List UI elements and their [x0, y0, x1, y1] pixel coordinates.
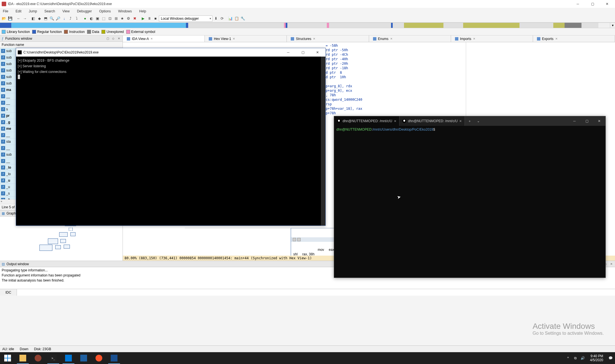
menu-jump[interactable]: Jump [28, 9, 38, 14]
block-icon[interactable] [297, 238, 301, 241]
close-button[interactable]: ✕ [311, 49, 324, 56]
run-icon[interactable]: ▶ [140, 16, 146, 21]
tab-close-icon[interactable]: ✕ [390, 37, 392, 40]
maximize-button[interactable]: ▢ [297, 49, 309, 56]
cmd-titlebar[interactable]: C:\Users\dhn\Desktop\PoC\Eko2019\eko2019… [16, 48, 325, 57]
cmd-window[interactable]: C:\Users\dhn\Desktop\PoC\Eko2019\eko2019… [16, 48, 326, 226]
toolbar-icon[interactable]: 🔍 [49, 16, 55, 21]
cmd-scrollbar[interactable] [321, 57, 325, 225]
navigation-band[interactable]: ▾ [0, 23, 615, 28]
toolbar-icon[interactable]: ⟳ [219, 16, 225, 21]
tab-close-icon[interactable]: ✕ [473, 37, 475, 40]
toolbar-icon[interactable]: ⬒ [43, 16, 48, 21]
taskbar-taskmgr[interactable] [76, 352, 91, 364]
menu-options[interactable]: Options [98, 9, 112, 14]
tray-network-icon[interactable]: ⧉ [573, 356, 578, 360]
functions-header[interactable]: Function name [0, 42, 123, 48]
toolbar-icon[interactable]: 🔧 [240, 16, 246, 21]
forward-icon[interactable]: → [22, 16, 28, 21]
toolbar-icon[interactable]: 📊 [228, 16, 233, 21]
toolbar-icon[interactable]: ▣ [95, 16, 100, 21]
function-icon: f [1, 94, 5, 98]
toolbar-icon[interactable]: ⊞ [113, 16, 119, 21]
tab-close-icon[interactable]: ✕ [313, 37, 315, 40]
toolbar-icon[interactable]: ● [82, 16, 88, 21]
legend-bar: Library function Regular function Instru… [0, 28, 615, 35]
tray-volume-icon[interactable]: 🔊 [580, 356, 585, 360]
toolbar-icon[interactable]: ★ [119, 16, 125, 21]
stop-icon[interactable]: ✖ [132, 16, 137, 21]
toolbar-icon[interactable]: ◧ [30, 16, 36, 21]
tab-close-icon[interactable]: ✕ [150, 37, 153, 40]
ida-tab[interactable]: IDA View-A✕ [123, 35, 205, 42]
back-icon[interactable]: ← [16, 16, 21, 21]
ida-tab[interactable]: Structures✕ [287, 35, 369, 42]
menu-edit[interactable]: Edit [14, 9, 23, 14]
toolbar-icon[interactable]: ⊡ [107, 16, 113, 21]
ida-tab[interactable]: Exports✕ [533, 35, 615, 42]
menu-view[interactable]: View [61, 9, 71, 14]
wt-add-tab[interactable]: ＋ [465, 119, 474, 124]
minimize-button[interactable]: ─ [282, 49, 294, 56]
stop-debug-icon[interactable]: ■ [153, 16, 158, 21]
toolbar-icon[interactable]: ⚙ [126, 16, 131, 21]
minimize-button[interactable]: ─ [572, 1, 584, 7]
toolbar-icon[interactable]: ⤵ [74, 16, 79, 21]
toolbar-icon[interactable]: ↓ [61, 16, 67, 21]
toolbar-icon[interactable]: ⤴ [68, 16, 73, 21]
taskbar-app[interactable] [106, 352, 122, 364]
taskbar-terminal[interactable]: >_ [46, 352, 61, 364]
toolbar-icon[interactable]: ⬚ [101, 16, 106, 21]
idc-input[interactable] [17, 289, 615, 296]
tray-chevron-icon[interactable]: ^ [566, 356, 570, 360]
pin-icon[interactable]: ◇ [111, 37, 115, 41]
block-icon[interactable] [293, 238, 296, 241]
taskbar-explorer[interactable] [15, 352, 30, 364]
taskbar-app[interactable] [30, 352, 46, 364]
ida-tab[interactable]: Enums✕ [369, 35, 451, 42]
tab-close-icon[interactable]: ✕ [555, 37, 558, 40]
restore-icon[interactable]: ▢ [106, 37, 110, 41]
toolbar-icon[interactable]: 📋 [234, 16, 239, 21]
wt-tab[interactable]: dhn@NUTTENMOPED: /mnt/c/U ✕ [334, 116, 399, 126]
toolbar-icon[interactable]: ⬇ [213, 16, 219, 21]
ida-titlebar[interactable]: IDA - eko2019.exe C:\Users\dhn\Desktop\P… [0, 0, 615, 8]
tray-notifications-icon[interactable]: 💬 [608, 356, 613, 360]
maximize-button[interactable]: ▢ [586, 1, 599, 7]
minimize-button[interactable]: ─ [568, 116, 581, 126]
menu-help[interactable]: Help [138, 9, 147, 14]
toolbar-icon[interactable]: ◆ [37, 16, 42, 21]
menu-windows[interactable]: Windows [117, 9, 133, 14]
wt-body[interactable]: dhn@NUTTENMOPED:/mnt/c/Users/dhn/Desktop… [334, 126, 605, 278]
taskbar-vscode[interactable] [61, 352, 76, 364]
start-button[interactable] [0, 352, 15, 364]
menu-search[interactable]: Search [43, 9, 56, 14]
close-button[interactable]: ✕ [593, 116, 605, 126]
tray-clock[interactable]: 9:40 PM 4/5/2020 [588, 354, 605, 362]
maximize-button[interactable]: ▢ [581, 116, 593, 126]
taskbar-brave[interactable] [91, 352, 106, 364]
idc-label[interactable]: IDC [0, 289, 17, 296]
close-icon[interactable]: ✕ [117, 37, 121, 41]
menu-debugger[interactable]: Debugger [76, 9, 93, 14]
close-icon[interactable]: ✕ [609, 262, 613, 266]
menu-file[interactable]: File [2, 9, 9, 14]
tab-close-icon[interactable]: ✕ [394, 119, 396, 123]
ida-tab[interactable]: Hex View-1✕ [205, 35, 287, 42]
debugger-select[interactable]: Local Windows debugger [159, 15, 212, 22]
tab-close-icon[interactable]: ✕ [459, 119, 462, 123]
cmd-body[interactable]: [+] Ekoparty 2019 - BFS challenge [+] Se… [16, 57, 325, 225]
close-button[interactable]: ✕ [601, 1, 613, 7]
nav-dropdown-icon[interactable]: ▾ [610, 23, 615, 28]
toolbar-icon[interactable]: ◐ [88, 16, 94, 21]
toolbar-icon[interactable]: 🔎 [55, 16, 61, 21]
tab-close-icon[interactable]: ✕ [233, 37, 235, 40]
save-icon[interactable]: 💾 [7, 16, 13, 21]
ida-tab[interactable]: Imports✕ [451, 35, 533, 42]
pause-icon[interactable]: ⏸ [146, 16, 152, 21]
wt-tab[interactable]: dhn@NUTTENMOPED: /mnt/c/U ✕ [399, 116, 465, 126]
windows-terminal[interactable]: dhn@NUTTENMOPED: /mnt/c/U ✕ dhn@NUTTENMO… [334, 116, 606, 278]
functions-window-title[interactable]: ƒ Functions window ▢ ◇ ✕ [0, 35, 123, 42]
wt-dropdown-icon[interactable]: ⌄ [474, 119, 482, 123]
open-icon[interactable]: 📂 [1, 16, 7, 21]
